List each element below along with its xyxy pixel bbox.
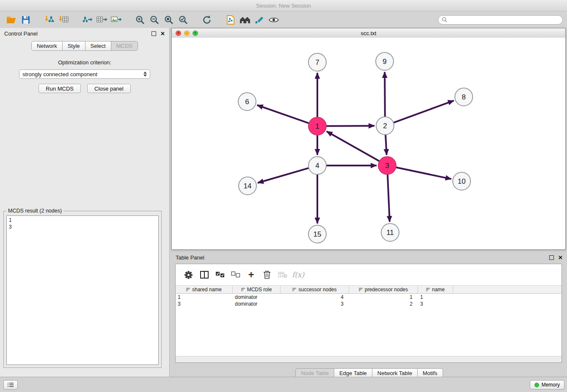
network-canvas[interactable]: 7968124314101511 (172, 38, 565, 249)
delete-table-button[interactable] (275, 268, 290, 282)
open-session-button[interactable] (4, 14, 19, 26)
graph-node-8[interactable]: 8 (455, 88, 473, 106)
graph-edge-2-9[interactable] (385, 72, 385, 117)
graph-node-4[interactable]: 4 (308, 157, 326, 174)
svg-text:7: 7 (315, 58, 319, 66)
column-header-label: name (432, 287, 445, 293)
graph-edge-2-3[interactable] (385, 135, 387, 155)
show-columns-button[interactable] (196, 268, 212, 282)
graph-node-15[interactable]: 15 (308, 225, 326, 243)
graph-edge-3-11[interactable] (388, 174, 390, 222)
graph-edge-4-14[interactable] (258, 168, 309, 183)
add-column-button[interactable]: + (243, 268, 259, 282)
graph-node-7[interactable]: 7 (308, 53, 326, 71)
table-row[interactable]: 1dominator411 (176, 294, 561, 301)
table-cell[interactable]: dominator (233, 294, 281, 300)
float-panel-icon[interactable] (151, 31, 156, 36)
select-all-columns-button[interactable] (212, 268, 228, 282)
column-header-name[interactable]: name (418, 286, 453, 293)
deselect-all-columns-button[interactable] (228, 268, 243, 282)
tab-network[interactable]: Network (31, 41, 63, 51)
graph-node-9[interactable]: 9 (376, 52, 394, 70)
graph-node-2[interactable]: 2 (376, 117, 394, 135)
tab-select[interactable]: Select (85, 41, 111, 51)
table-cell[interactable]: 1 (176, 294, 233, 300)
import-table-button[interactable] (57, 14, 71, 26)
save-session-button[interactable] (19, 14, 33, 26)
export-table-button[interactable] (95, 14, 109, 26)
run-mcds-button[interactable]: Run MCDS (39, 84, 81, 93)
graph-edge-3-10[interactable] (396, 167, 451, 179)
network-window-title: scc.txt (172, 30, 565, 36)
table-cell[interactable]: 1 (349, 294, 418, 300)
graph-edge-2-8[interactable] (394, 101, 454, 123)
mcds-result-list[interactable]: 13 (6, 215, 159, 365)
application-window: Session: New Session (0, 0, 567, 392)
close-panel-icon[interactable]: ✕ (160, 31, 165, 36)
zoom-selected-button[interactable] (176, 14, 190, 26)
graph-node-6[interactable]: 6 (238, 93, 256, 110)
dropdown-selected-value: strongly connected component (22, 71, 97, 77)
graph-node-14[interactable]: 14 (239, 177, 256, 195)
close-table-panel-icon[interactable]: ✕ (558, 255, 563, 260)
column-header-successor-nodes[interactable]: successor nodes (281, 286, 349, 293)
column-header-predecessor-nodes[interactable]: predecessor nodes (349, 286, 418, 293)
first-neighbors-button[interactable] (238, 14, 252, 26)
export-network-button[interactable] (80, 14, 95, 26)
show-hide-graphics-button[interactable] (267, 14, 281, 26)
panel-menu-button[interactable] (3, 380, 18, 389)
zoom-in-icon (135, 15, 145, 25)
graph-node-3[interactable]: 3 (378, 157, 396, 174)
tab-mcds[interactable]: MCDS (111, 41, 138, 51)
memory-button[interactable]: Memory (530, 380, 564, 389)
share-document-icon (226, 15, 235, 25)
table-cell[interactable]: 1 (418, 294, 453, 300)
import-network-button[interactable] (42, 14, 57, 26)
import-table-icon (59, 16, 69, 24)
graph-edge-1-6[interactable] (257, 105, 309, 123)
window-titlebar[interactable]: Session: New Session (0, 0, 567, 11)
delete-column-button[interactable] (259, 268, 275, 282)
svg-text:9: 9 (383, 58, 386, 66)
search-box[interactable] (438, 15, 563, 25)
graph-node-11[interactable]: 11 (381, 224, 399, 241)
column-header-mcds-role[interactable]: MCDS role (233, 286, 281, 293)
refresh-button[interactable] (200, 14, 214, 26)
function-builder-button[interactable]: f(x) (290, 268, 306, 282)
graph-edge-1-2[interactable] (326, 126, 374, 126)
table-row[interactable]: 3dominator323 (176, 301, 561, 307)
column-header-label: predecessor nodes (365, 287, 408, 293)
graph-node-10[interactable]: 10 (453, 172, 471, 190)
share-document-button[interactable] (223, 14, 238, 26)
paint-style-button[interactable] (252, 14, 267, 26)
mcds-buttons-row: Run MCDS Close panel (0, 84, 169, 93)
tab-style[interactable]: Style (63, 41, 85, 51)
close-panel-button[interactable]: Close panel (87, 84, 131, 93)
zoom-fit-button[interactable] (162, 14, 176, 26)
export-network-icon (83, 16, 93, 24)
table-settings-button[interactable] (181, 268, 196, 282)
table-cell[interactable]: 2 (349, 301, 418, 307)
zoom-in-button[interactable] (133, 14, 147, 26)
table-cell[interactable]: 3 (281, 301, 349, 307)
network-graph[interactable]: 7968124314101511 (172, 38, 565, 249)
float-table-panel-icon[interactable] (549, 255, 554, 260)
graph-node-1[interactable]: 1 (308, 117, 326, 135)
zoom-out-button[interactable] (147, 14, 162, 26)
horizontal-scrollbar[interactable] (176, 356, 561, 362)
table-cell[interactable]: 3 (176, 301, 233, 307)
column-header-shared-name[interactable]: shared name (176, 286, 233, 293)
table-cell[interactable]: 3 (418, 301, 453, 307)
graph-edge-3-1[interactable] (327, 131, 380, 161)
column-header-label: MCDS role (247, 287, 272, 293)
control-panel-tabs: NetworkStyleSelectMCDS (0, 41, 169, 51)
search-input[interactable] (449, 16, 559, 23)
network-window-titlebar[interactable]: ✕ − + scc.txt (172, 28, 565, 38)
export-image-button[interactable] (109, 14, 124, 26)
sort-icon (292, 287, 296, 292)
optimization-criterion-dropdown[interactable]: strongly connected component (19, 69, 150, 79)
table-panel-header: Table Panel ✕ (171, 252, 567, 263)
table-cell[interactable]: 4 (281, 294, 349, 300)
memory-status-icon (534, 383, 539, 387)
table-cell[interactable]: dominator (233, 301, 281, 307)
